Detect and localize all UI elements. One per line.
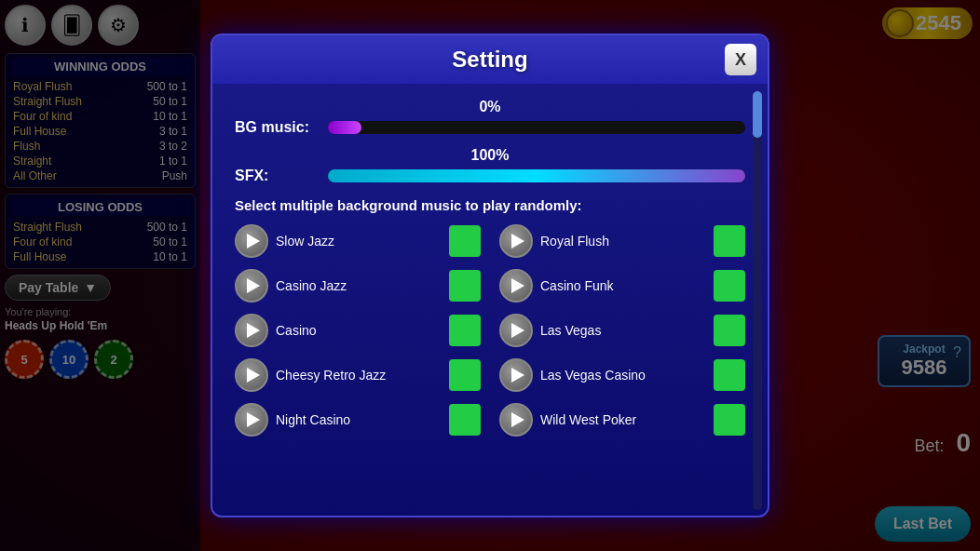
settings-modal: Setting X 0% BG music: 100% SFX: [211, 34, 769, 517]
night-casino-toggle[interactable] [449, 404, 481, 436]
casino-funk-toggle[interactable] [714, 270, 745, 302]
play-casino-funk-button[interactable] [499, 269, 533, 302]
sfx-fill [328, 169, 745, 182]
las-vegas-toggle[interactable] [714, 315, 745, 346]
modal-overlay: Setting X 0% BG music: 100% SFX: [0, 0, 980, 551]
royal-flush-toggle[interactable] [714, 225, 745, 257]
modal-scrollbar[interactable] [753, 91, 762, 510]
bg-music-row: BG music: [235, 119, 745, 136]
cheesy-retro-jazz-toggle[interactable] [449, 359, 481, 391]
play-slow-jazz-button[interactable] [235, 224, 268, 258]
casino-jazz-toggle[interactable] [449, 270, 481, 302]
play-casino-jazz-button[interactable] [235, 269, 268, 302]
play-las-vegas-casino-button[interactable] [499, 358, 533, 392]
sfx-row: SFX: [235, 168, 745, 184]
play-icon [511, 323, 524, 338]
slow-jazz-toggle[interactable] [449, 225, 481, 257]
las-vegas-casino-label: Las Vegas Casino [540, 368, 706, 383]
cheesy-retro-jazz-label: Cheesy Retro Jazz [276, 368, 442, 383]
sfx-track[interactable] [328, 169, 745, 182]
play-icon [511, 412, 524, 427]
play-casino-button[interactable] [235, 314, 268, 347]
music-item-las-vegas: Las Vegas [499, 314, 745, 347]
play-icon [247, 412, 260, 427]
music-item-cheesy-retro-jazz: Cheesy Retro Jazz [235, 358, 481, 392]
casino-funk-label: Casino Funk [540, 278, 706, 293]
modal-title: Setting [452, 47, 527, 72]
play-icon [511, 368, 524, 383]
music-item-las-vegas-casino: Las Vegas Casino [499, 358, 745, 392]
modal-close-button[interactable]: X [725, 44, 756, 75]
night-casino-label: Night Casino [276, 412, 442, 427]
bg-music-fill [328, 121, 361, 134]
casino-label: Casino [276, 323, 442, 338]
las-vegas-label: Las Vegas [540, 323, 706, 338]
modal-scrollbar-thumb [753, 91, 762, 138]
play-icon [511, 278, 524, 293]
casino-jazz-label: Casino Jazz [276, 278, 442, 293]
play-cheesy-retro-jazz-button[interactable] [235, 358, 268, 392]
modal-header: Setting X [212, 35, 768, 84]
play-icon [247, 323, 260, 338]
select-music-label: Select multiple background music to play… [235, 197, 745, 213]
wild-west-poker-label: Wild West Poker [540, 412, 706, 427]
sfx-percent: 100% [235, 147, 745, 164]
bg-music-track[interactable] [328, 121, 745, 134]
play-icon [247, 278, 260, 293]
bg-music-percent: 0% [235, 99, 745, 115]
music-item-casino-jazz: Casino Jazz [235, 269, 481, 302]
wild-west-poker-toggle[interactable] [714, 404, 745, 436]
play-night-casino-button[interactable] [235, 403, 268, 437]
bg-music-section: 0% BG music: [235, 99, 745, 136]
play-royal-flush-button[interactable] [499, 224, 533, 258]
casino-toggle[interactable] [449, 315, 481, 346]
play-wild-west-poker-button[interactable] [499, 403, 533, 437]
las-vegas-casino-toggle[interactable] [714, 359, 745, 391]
royal-flush-label: Royal Flush [540, 234, 706, 249]
slow-jazz-label: Slow Jazz [276, 234, 442, 249]
music-item-royal-flush: Royal Flush [499, 224, 745, 258]
music-item-wild-west-poker: Wild West Poker [499, 403, 745, 437]
play-icon [247, 234, 260, 249]
play-las-vegas-button[interactable] [499, 314, 533, 347]
bg-music-label: BG music: [235, 119, 319, 136]
modal-body: 0% BG music: 100% SFX: [212, 84, 768, 451]
music-item-casino-funk: Casino Funk [499, 269, 745, 302]
sfx-label: SFX: [235, 168, 319, 184]
music-grid: Slow Jazz Royal Flush Casino Jazz [235, 224, 745, 437]
music-item-night-casino: Night Casino [235, 403, 481, 437]
sfx-section: 100% SFX: [235, 147, 745, 184]
play-icon [247, 368, 260, 383]
play-icon [511, 234, 524, 249]
music-item-slow-jazz: Slow Jazz [235, 224, 481, 258]
music-item-casino: Casino [235, 314, 481, 347]
